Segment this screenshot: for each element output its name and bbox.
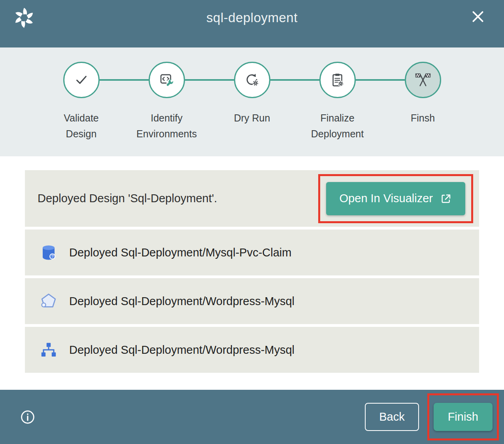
- database-icon: ?: [39, 243, 58, 262]
- checkered-flags-icon: [414, 71, 432, 89]
- step-circle: [149, 62, 185, 98]
- step-label: Finsh: [411, 110, 435, 126]
- step-finalize-deployment: Finalize Deployment: [295, 62, 380, 142]
- step-label: Dry Run: [234, 110, 270, 126]
- deployed-item-row: ? Deployed Sql-Deployment/Mysql-Pvc-Clai…: [25, 230, 479, 275]
- back-button[interactable]: Back: [365, 403, 419, 431]
- dialog-header: sql-deployment: [0, 0, 504, 47]
- pentagon-icon: [39, 292, 58, 311]
- highlight-box-finish: Finish: [427, 393, 499, 440]
- check-icon: [73, 72, 90, 88]
- deployment-results: Deployed Design 'Sql-Deployment'. Open I…: [0, 156, 504, 390]
- clipboard-gear-icon: [329, 72, 346, 88]
- info-icon[interactable]: [20, 409, 36, 425]
- step-identify-environments: Identify Environments: [124, 62, 210, 142]
- code-wrench-icon: [159, 72, 175, 88]
- deployed-design-row: Deployed Design 'Sql-Deployment'. Open I…: [25, 170, 479, 227]
- dialog-title: sql-deployment: [0, 10, 504, 25]
- deployed-item-text: Deployed Sql-Deployment/Mysql-Pvc-Claim: [69, 246, 291, 259]
- deployed-item-text: Deployed Sql-Deployment/Wordpress-Mysql: [69, 295, 294, 308]
- close-icon[interactable]: [470, 9, 486, 25]
- wizard-stepper: Validate Design Identify Environments: [0, 47, 504, 156]
- sync-gear-icon: [244, 72, 260, 88]
- open-in-visualizer-button[interactable]: Open In Visualizer: [326, 182, 465, 215]
- step-circle: [319, 62, 356, 98]
- step-circle: [63, 62, 100, 98]
- hierarchy-icon: [39, 340, 58, 359]
- deployed-design-message: Deployed Design 'Sql-Deployment'.: [38, 192, 217, 205]
- visualizer-button-label: Open In Visualizer: [340, 192, 433, 205]
- step-label: Identify Environments: [136, 110, 197, 142]
- dialog-footer: Back Finish: [0, 390, 504, 444]
- step-dry-run: Dry Run: [210, 62, 295, 142]
- step-label: Finalize Deployment: [311, 110, 364, 142]
- step-circle: [234, 62, 270, 98]
- deployed-item-row: Deployed Sql-Deployment/Wordpress-Mysql: [25, 278, 479, 324]
- svg-text:?: ?: [51, 254, 54, 259]
- highlight-box-visualizer: Open In Visualizer: [318, 174, 473, 223]
- finish-button[interactable]: Finish: [434, 403, 493, 431]
- step-label: Validate Design: [64, 110, 99, 142]
- external-link-icon: [440, 193, 452, 205]
- step-validate-design: Validate Design: [39, 62, 124, 142]
- step-finish: Finsh: [380, 62, 466, 142]
- deployed-item-text: Deployed Sql-Deployment/Wordpress-Mysql: [69, 343, 294, 357]
- deployed-item-row: Deployed Sql-Deployment/Wordpress-Mysql: [25, 327, 479, 373]
- step-circle: [405, 62, 441, 98]
